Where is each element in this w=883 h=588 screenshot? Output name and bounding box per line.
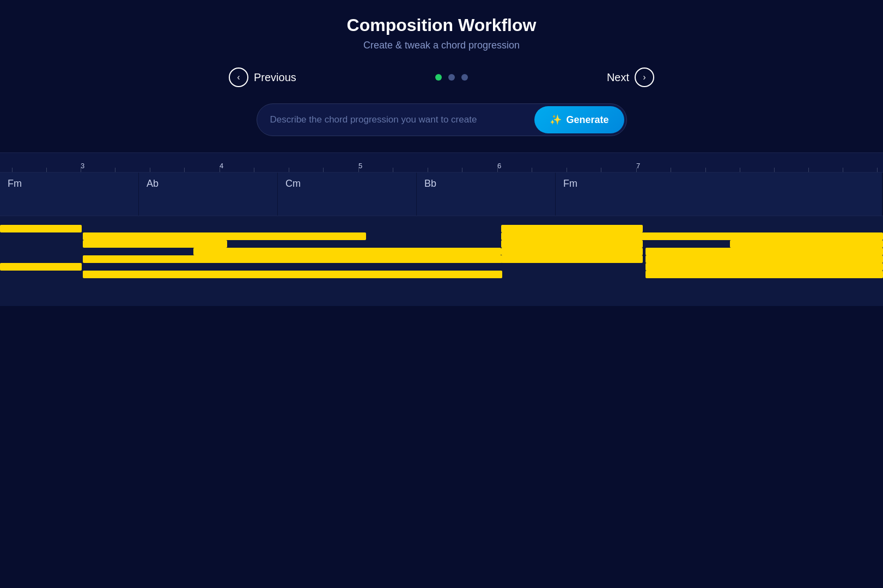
- ruler-tick: [254, 168, 254, 172]
- ruler-number-4: 4: [220, 162, 223, 170]
- search-container: ✨ Generate: [0, 103, 883, 136]
- ruler-tick: [12, 168, 13, 172]
- next-label: Next: [607, 71, 629, 84]
- dot-1: [435, 74, 442, 81]
- ruler-tick: [220, 168, 220, 172]
- note-bar-12: [645, 271, 883, 278]
- previous-icon: ‹: [229, 68, 248, 87]
- chord-row: FmAbCmBbFm: [0, 173, 883, 216]
- ruler-number-3: 3: [81, 162, 84, 170]
- ruler-tick: [671, 168, 671, 172]
- note-bar-5: [0, 263, 82, 271]
- ruler-tick: [636, 168, 637, 172]
- ruler-tick: [115, 168, 115, 172]
- page-header: Composition Workflow Create & tweak a ch…: [0, 0, 883, 62]
- chord-block-Ab-1[interactable]: Ab: [139, 173, 278, 216]
- ruler-number-5: 5: [358, 162, 362, 170]
- wand-icon: ✨: [550, 114, 562, 126]
- ruler-tick: [150, 168, 150, 172]
- ruler-tick: [428, 168, 428, 172]
- note-bar-17: [645, 263, 883, 271]
- timeline-ruler: 34567: [0, 153, 883, 173]
- ruler-tick: [184, 168, 185, 172]
- search-bar: ✨ Generate: [257, 103, 627, 136]
- ruler-tick: [289, 168, 289, 172]
- note-bar-7: [501, 225, 643, 232]
- ruler-tick: [877, 168, 878, 172]
- ruler-tick: [393, 168, 393, 172]
- note-bar-6: [83, 271, 502, 278]
- previous-label: Previous: [254, 71, 296, 84]
- ruler-tick: [567, 168, 567, 172]
- page-title: Composition Workflow: [0, 15, 883, 35]
- bottom-area: [0, 306, 883, 535]
- chord-block-Fm-4[interactable]: Fm: [556, 173, 882, 216]
- ruler-tick: [774, 168, 775, 172]
- note-bar-16: [645, 255, 883, 263]
- note-bar-2: [83, 240, 227, 248]
- ruler-tick: [601, 168, 601, 172]
- step-dots: [435, 74, 468, 81]
- generate-label: Generate: [566, 114, 608, 126]
- note-bar-13: [645, 232, 883, 240]
- chord-block-Fm-0[interactable]: Fm: [0, 173, 139, 216]
- note-bar-11: [501, 255, 643, 263]
- note-bar-9: [501, 240, 643, 248]
- previous-button[interactable]: ‹ Previous: [229, 68, 296, 87]
- chord-block-Bb-3[interactable]: Bb: [417, 173, 556, 216]
- page-subtitle: Create & tweak a chord progression: [0, 40, 883, 51]
- note-bar-4: [83, 255, 502, 263]
- chord-block-Cm-2[interactable]: Cm: [278, 173, 417, 216]
- navigation-bar: ‹ Previous Next ›: [0, 62, 883, 93]
- ruler-tick: [497, 168, 498, 172]
- timeline-container: 34567 FmAbCmBbFm: [0, 152, 883, 306]
- dot-2: [448, 74, 455, 81]
- ruler-tick: [532, 168, 532, 172]
- ruler-tick: [705, 168, 706, 172]
- note-bar-3: [193, 248, 501, 255]
- note-bar-10: [501, 248, 643, 255]
- ruler-tick: [808, 168, 809, 172]
- ruler-tick: [358, 168, 359, 172]
- chord-description-input[interactable]: [257, 107, 533, 133]
- piano-roll: [0, 216, 883, 306]
- note-bar-0: [0, 225, 82, 232]
- ruler-tick: [81, 168, 81, 172]
- next-icon: ›: [635, 68, 654, 87]
- generate-button[interactable]: ✨ Generate: [534, 106, 624, 133]
- dot-3: [461, 74, 468, 81]
- note-bar-15: [645, 248, 883, 255]
- next-button[interactable]: Next ›: [607, 68, 654, 87]
- ruler-tick: [462, 168, 462, 172]
- ruler-tick: [46, 168, 47, 172]
- ruler-marks: 34567: [0, 153, 883, 172]
- ruler-number-6: 6: [497, 162, 501, 170]
- ruler-tick: [843, 168, 843, 172]
- note-bar-14: [730, 240, 883, 248]
- ruler-tick: [740, 168, 740, 172]
- ruler-number-7: 7: [636, 162, 640, 170]
- ruler-tick: [323, 168, 324, 172]
- note-bar-1: [83, 232, 366, 240]
